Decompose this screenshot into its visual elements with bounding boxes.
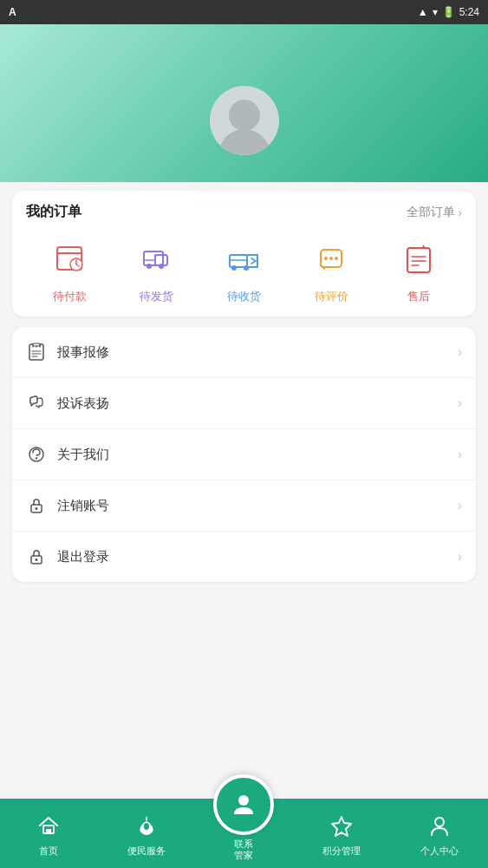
pending-payment-label: 待付款	[53, 289, 87, 304]
nav-item-profile[interactable]: 个人中心	[390, 814, 488, 861]
manager-label: 联系 管家	[234, 839, 253, 861]
svg-point-31	[36, 507, 38, 510]
about-icon	[26, 444, 47, 465]
chevron-right-icon: ›	[458, 206, 462, 219]
pending-receive-icon	[220, 235, 267, 282]
complaint-label: 投诉表扬	[57, 395, 458, 412]
pending-receive-label: 待收货	[227, 289, 261, 304]
all-orders-button[interactable]: 全部订单 ›	[407, 205, 462, 220]
report-label: 报事报修	[57, 344, 458, 361]
battery-icon: 🔋	[442, 6, 455, 18]
report-icon	[26, 342, 47, 362]
cancel-account-icon	[26, 495, 47, 516]
order-item-pending-review[interactable]: 待评价	[288, 235, 375, 304]
nav-item-service[interactable]: 便民服务	[98, 814, 196, 861]
about-chevron-icon: ›	[458, 447, 462, 462]
about-label: 关于我们	[57, 447, 458, 463]
svg-rect-11	[230, 255, 247, 267]
points-icon	[330, 814, 353, 842]
profile-icon	[428, 814, 451, 842]
nav-item-points[interactable]: 积分管理	[293, 814, 391, 861]
report-chevron-icon: ›	[458, 344, 462, 360]
order-item-pending-payment[interactable]: 待付款	[26, 235, 114, 304]
aftersale-label: 售后	[407, 289, 430, 304]
menu-item-logout[interactable]: 退出登录 ›	[12, 532, 476, 582]
service-icon	[135, 814, 158, 842]
menu-item-complaint[interactable]: 投诉表扬 ›	[12, 378, 476, 429]
svg-point-17	[329, 257, 333, 260]
manager-circle	[213, 774, 274, 835]
svg-marker-38	[332, 817, 351, 836]
order-item-aftersale[interactable]: 售后	[374, 235, 462, 304]
svg-point-33	[36, 558, 38, 561]
logout-icon	[26, 546, 47, 567]
menu-item-about[interactable]: 关于我们 ›	[12, 429, 476, 480]
pending-ship-icon	[133, 235, 180, 282]
svg-point-10	[159, 264, 164, 269]
svg-rect-35	[46, 829, 51, 833]
svg-point-29	[36, 457, 37, 459]
order-card-title: 我的订单	[26, 203, 81, 221]
pending-ship-label: 待发货	[140, 289, 173, 304]
main-content: 我的订单 全部订单 › 待付款	[0, 182, 488, 799]
nav-item-manager[interactable]: 联系 管家	[195, 774, 293, 861]
svg-rect-19	[407, 248, 430, 272]
wifi-icon: ▾	[433, 6, 438, 18]
logout-label: 退出登录	[57, 549, 458, 565]
nav-item-home[interactable]: 首页	[0, 814, 98, 861]
logout-chevron-icon: ›	[458, 549, 462, 565]
signal-icon: ▲	[418, 6, 428, 18]
app-label: A	[9, 6, 16, 18]
status-bar: A ▲ ▾ 🔋 5:24	[0, 0, 488, 24]
profile-label: 个人中心	[420, 845, 459, 858]
order-card: 我的订单 全部订单 › 待付款	[12, 191, 476, 317]
home-icon	[37, 814, 60, 842]
cancel-account-chevron-icon: ›	[458, 498, 462, 513]
pending-review-icon	[308, 235, 355, 282]
svg-point-13	[244, 265, 249, 271]
menu-card: 报事报修 › 投诉表扬 › 关于我们 ›	[12, 327, 476, 582]
service-label: 便民服务	[127, 845, 166, 858]
points-label: 积分管理	[322, 845, 361, 858]
svg-point-16	[324, 257, 328, 260]
svg-rect-5	[144, 251, 163, 265]
svg-point-36	[144, 823, 149, 830]
menu-item-cancel-account[interactable]: 注销账号 ›	[12, 480, 476, 532]
time-display: 5:24	[459, 6, 479, 18]
order-item-pending-ship[interactable]: 待发货	[114, 235, 201, 304]
all-orders-label: 全部订单	[407, 205, 455, 220]
complaint-icon	[26, 393, 47, 414]
svg-point-18	[335, 257, 338, 260]
cancel-account-label: 注销账号	[57, 498, 458, 514]
complaint-chevron-icon: ›	[458, 395, 462, 411]
avatar	[210, 86, 279, 155]
svg-rect-24	[33, 343, 40, 346]
home-label: 首页	[39, 845, 58, 858]
svg-point-9	[146, 264, 152, 269]
order-item-pending-receive[interactable]: 待收货	[200, 235, 288, 304]
svg-point-37	[238, 795, 249, 806]
aftersale-icon	[395, 235, 442, 282]
svg-point-12	[231, 265, 237, 271]
svg-point-39	[435, 818, 444, 826]
pending-review-label: 待评价	[315, 289, 348, 304]
menu-item-report[interactable]: 报事报修 ›	[12, 327, 476, 378]
order-card-header: 我的订单 全部订单 ›	[26, 203, 462, 221]
pending-payment-icon	[46, 235, 93, 282]
bottom-nav: 首页 便民服务 联系 管家 积分管理	[0, 799, 488, 868]
order-icons-row: 待付款 待发货	[26, 235, 462, 304]
